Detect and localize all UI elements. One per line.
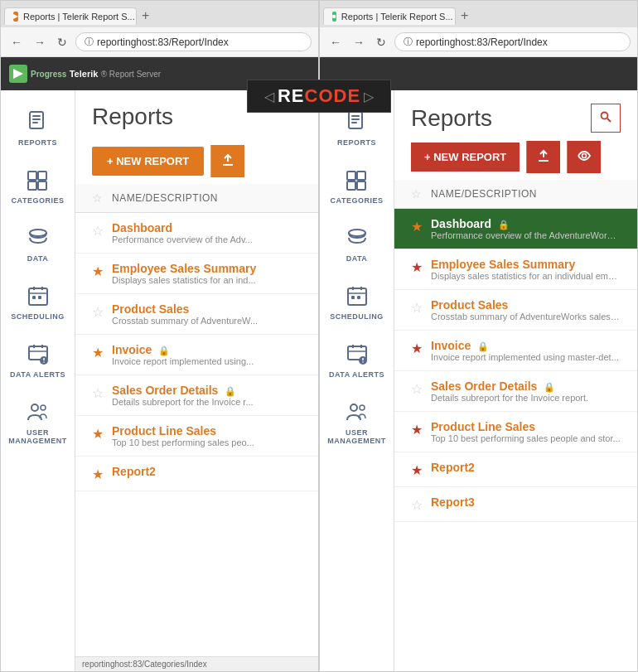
left-upload-button[interactable]: [210, 145, 244, 177]
right-sidebar-item-reports[interactable]: REPORTS: [320, 99, 394, 157]
right-back-button[interactable]: ←: [326, 34, 345, 51]
left-star-3[interactable]: ★: [92, 345, 104, 360]
left-report-desc-0: Performance overview of the Adv...: [112, 234, 302, 244]
left-report-info-1: Employee Sales Summary Displays sales st…: [112, 262, 302, 285]
svg-line-52: [607, 118, 611, 122]
right-sidebar-item-user-management[interactable]: USER MANAGEMENT: [320, 389, 394, 455]
left-table-header: ☆ Name/Description: [75, 184, 318, 213]
table-row[interactable]: ★ Product Line Sales Top 10 best perform…: [75, 416, 318, 457]
left-star-2[interactable]: ☆: [92, 304, 104, 320]
left-report-name-3: Invoice 🔒: [112, 343, 302, 356]
svg-rect-33: [347, 181, 355, 190]
right-refresh-button[interactable]: ↻: [373, 34, 389, 51]
left-new-tab-button[interactable]: +: [138, 8, 152, 23]
sidebar-item-categories[interactable]: CATEGORIES: [1, 157, 75, 215]
table-row[interactable]: ★ Employee Sales Summary Displays sales …: [75, 254, 318, 294]
user-management-icon: [25, 399, 51, 425]
svg-rect-30: [351, 122, 357, 123]
right-star-5[interactable]: ★: [411, 422, 423, 438]
right-sidebar-item-categories[interactable]: CATEGORIES: [320, 157, 394, 215]
svg-rect-31: [347, 172, 355, 180]
svg-point-54: [582, 154, 587, 158]
table-row[interactable]: ★ Employee Sales Summary Displays sales …: [394, 249, 637, 290]
svg-rect-41: [357, 296, 360, 299]
right-report-desc-1: Displays sales statistics for an individ…: [431, 271, 621, 281]
left-star-6[interactable]: ★: [92, 467, 104, 482]
table-row[interactable]: ☆ Sales Order Details 🔒 Details subrepor…: [394, 371, 637, 412]
right-star-3[interactable]: ★: [411, 341, 423, 356]
right-sidebar-item-data-alerts[interactable]: DATA ALERTS: [320, 331, 394, 389]
right-new-report-button[interactable]: + NEW REPORT: [411, 143, 520, 172]
right-forward-button[interactable]: →: [350, 34, 368, 51]
svg-rect-16: [38, 296, 41, 299]
table-row[interactable]: ☆ Product Sales Crosstab summary of Adve…: [394, 290, 637, 331]
left-star-4[interactable]: ☆: [92, 385, 104, 401]
table-row[interactable]: ★ Dashboard 🔒 Performance overview of th…: [394, 209, 637, 249]
right-report-info-1: Employee Sales Summary Displays sales st…: [431, 258, 621, 281]
left-new-report-button[interactable]: + NEW REPORT: [92, 147, 204, 176]
right-new-tab-button[interactable]: +: [457, 8, 471, 23]
eye-icon: [578, 149, 591, 162]
table-row[interactable]: ☆ Product Sales Crosstab summary of Adve…: [75, 294, 318, 335]
table-row[interactable]: ☆ Report3: [394, 487, 637, 522]
right-sidebar-item-scheduling[interactable]: SCHEDULING: [320, 273, 394, 331]
right-sidebar-label-categories: CATEGORIES: [331, 196, 384, 205]
right-star-2[interactable]: ☆: [411, 300, 423, 316]
right-upload-button[interactable]: [526, 141, 560, 173]
right-toolbar: + NEW REPORT: [394, 141, 637, 180]
right-search-button[interactable]: [591, 104, 621, 133]
left-report-info-2: Product Sales Crosstab summary of Advent…: [112, 302, 302, 326]
right-app-header: [320, 57, 637, 90]
right-star-4[interactable]: ☆: [411, 381, 423, 397]
upload-icon: [221, 153, 234, 167]
left-url-box[interactable]: ⓘ reportinghost:83/Report/Index: [75, 32, 312, 51]
left-tab[interactable]: ▶ Reports | Telerik Report S... ✕: [4, 7, 137, 25]
svg-rect-4: [32, 118, 41, 120]
left-star-1[interactable]: ★: [92, 263, 104, 279]
sidebar-item-user-management[interactable]: USER MANAGEMENT: [1, 389, 75, 455]
sidebar-label-reports: REPORTS: [18, 138, 57, 147]
left-report-info-0: Dashboard Performance overview of the Ad…: [112, 221, 302, 244]
left-status-url: reportinghost:83/Categories/Index: [82, 660, 207, 669]
sidebar-item-data[interactable]: DATA: [1, 215, 75, 273]
right-page-title: Reports: [411, 105, 591, 132]
right-new-report-label: + NEW REPORT: [424, 151, 506, 163]
left-refresh-button[interactable]: ↻: [54, 34, 70, 51]
right-sidebar-item-data[interactable]: DATA: [320, 215, 394, 273]
table-row[interactable]: ★ Report2: [394, 452, 637, 487]
right-url-box[interactable]: ⓘ reportinghost:83/Report/Index: [394, 32, 631, 51]
right-report-info-7: Report3: [431, 496, 621, 509]
table-row[interactable]: ★ Invoice 🔒 Invoice report implemented u…: [75, 335, 318, 375]
left-star-5[interactable]: ★: [92, 426, 104, 442]
right-star-6[interactable]: ★: [411, 462, 423, 478]
left-tab-bar: ▶ Reports | Telerik Report S... ✕ +: [1, 1, 318, 27]
left-report-info-3: Invoice 🔒 Invoice report implemented usi…: [112, 343, 302, 366]
right-report-desc-0: Performance overview of the AdventureWor…: [431, 230, 621, 240]
table-row[interactable]: ☆ Sales Order Details 🔒 Details subrepor…: [75, 375, 318, 416]
table-row[interactable]: ★ Invoice 🔒 Invoice report implemented u…: [394, 331, 637, 371]
right-main-content: Reports + NEW REPORT: [394, 90, 637, 671]
sidebar-item-reports[interactable]: REPORTS: [1, 99, 75, 157]
table-row[interactable]: ☆ Dashboard Performance overview of the …: [75, 213, 318, 254]
sidebar-item-scheduling[interactable]: SCHEDULING: [1, 273, 75, 331]
right-browser-window: ■ Reports | Telerik Report S... ✕ + ← → …: [319, 0, 638, 672]
left-back-button[interactable]: ←: [7, 34, 26, 51]
right-eye-button[interactable]: [567, 141, 601, 173]
right-star-7[interactable]: ☆: [411, 497, 423, 513]
right-tab[interactable]: ■ Reports | Telerik Report S... ✕: [323, 7, 456, 25]
right-star-0[interactable]: ★: [411, 219, 423, 234]
left-forward-button[interactable]: →: [31, 34, 49, 51]
left-star-0[interactable]: ☆: [92, 223, 104, 239]
right-report-desc-3: Invoice report implemented using master-…: [431, 352, 621, 362]
right-star-1[interactable]: ★: [411, 259, 423, 275]
right-sidebar-label-scheduling: SCHEDULING: [330, 312, 384, 321]
left-report-info-5: Product Line Sales Top 10 best performin…: [112, 424, 302, 447]
right-tab-bar: ■ Reports | Telerik Report S... ✕ +: [320, 1, 637, 27]
right-report-name-2: Product Sales: [431, 298, 621, 312]
sidebar-item-data-alerts[interactable]: DATA ALERTS: [1, 331, 75, 389]
right-sidebar-label-reports: REPORTS: [337, 138, 376, 147]
table-row[interactable]: ★ Product Line Sales Top 10 best perform…: [394, 412, 637, 452]
left-url-lock-icon: ⓘ: [85, 36, 94, 48]
table-row[interactable]: ★ Report2: [75, 457, 318, 491]
right-report-name-0: Dashboard 🔒: [431, 217, 621, 230]
